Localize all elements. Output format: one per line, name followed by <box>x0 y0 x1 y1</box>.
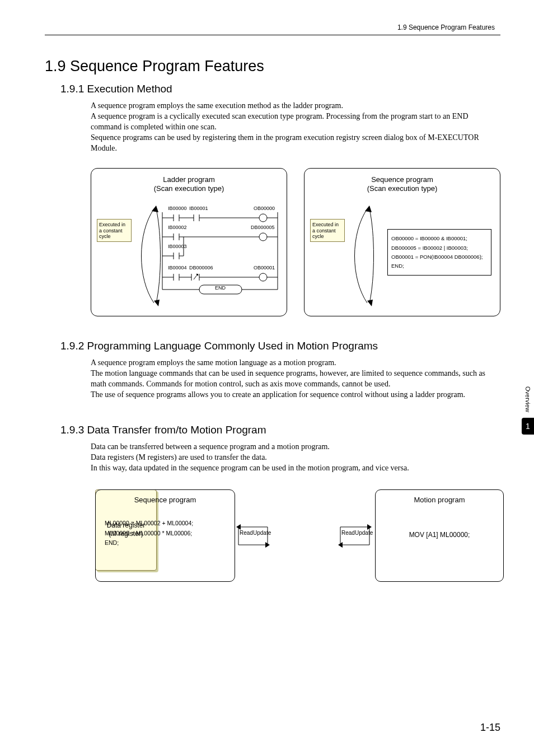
exec-tag-right: Executed in a constant cycle <box>310 219 345 242</box>
lad-lbl-r2a: IB00002 <box>168 225 187 230</box>
figure-data-transfer: Sequence program ML00000 = ML00002 + ML0… <box>95 489 500 601</box>
lad-lbl-r1c: OB00000 <box>254 206 275 211</box>
f2-seq-title: Sequence program <box>102 496 228 504</box>
svg-point-11 <box>259 214 267 222</box>
f2-arrows-right <box>337 520 376 554</box>
sequence-title: Sequence program (Scan execution type) <box>311 175 493 193</box>
seq-line-4: END; <box>391 262 488 270</box>
lad-end-label: END <box>215 285 226 291</box>
svg-marker-1 <box>154 300 160 306</box>
seq-line-1: OB00000 = IB00000 & IB00001; <box>391 234 488 243</box>
lad-lbl-r3a: IB00003 <box>168 244 187 249</box>
f2-read-left: Read <box>240 530 253 536</box>
lad-lbl-r4c: OB00001 <box>254 265 275 270</box>
f2-sequence-box: Sequence program ML00000 = ML00002 + ML0… <box>95 489 235 582</box>
lad-lbl-r4a: IB00004 <box>168 265 187 270</box>
subsection-1-heading: 1.9.1 Execution Method <box>60 83 500 95</box>
f2-mot-code: MOV [A1] ML00000; <box>382 531 496 539</box>
subsection-2-heading: 1.9.2 Programming Language Commonly Used… <box>60 340 500 352</box>
f2-mot-title: Motion program <box>382 496 496 504</box>
f2-seq-code: ML00000 = ML00002 + ML00004; ML00000 = M… <box>102 514 228 553</box>
f2-update-left: Update <box>253 530 271 536</box>
exec-tag-left: Executed in a constant cycle <box>97 219 132 242</box>
section-title: 1.9 Sequence Program Features <box>45 58 500 75</box>
cycle-arrow-right <box>345 206 375 306</box>
f2-seq-l1: ML00000 = ML00002 + ML00004; <box>105 519 226 529</box>
cycle-arrow-left <box>132 206 162 306</box>
side-chapter-num: 1 <box>522 418 534 435</box>
sequence-code-block: OB00000 = IB00000 & IB00001; DB000005 = … <box>387 229 491 276</box>
lad-lbl-r2c: DB000005 <box>251 225 275 230</box>
subsection-2-body: A sequence program employs the same moti… <box>91 358 500 400</box>
header-breadcrumb: 1.9 Sequence Program Features <box>45 24 500 31</box>
f2-seq-l2: ML00000 = ML00000 * ML00006; <box>105 529 226 539</box>
lad-lbl-r1b: IB00001 <box>189 206 208 211</box>
f2-seq-l3: END; <box>105 538 226 548</box>
f2-arrows-left <box>235 520 274 554</box>
subsection-3-body: Data can be transferred between a sequen… <box>91 442 500 474</box>
subsection-3-heading: 1.9.3 Data Transfer from/to Motion Progr… <box>60 424 500 436</box>
ladder-title: Ladder program (Scan execution type) <box>98 175 280 193</box>
f2-update-right: Update <box>355 530 373 536</box>
header-rule <box>45 35 500 35</box>
seq-line-2: DB000005 = IB00002 | IB00003; <box>391 244 488 253</box>
svg-marker-0 <box>152 206 158 212</box>
f2-motion-box: Motion program MOV [A1] ML00000; <box>375 489 504 582</box>
ladder-program-box: Ladder program (Scan execution type) Exe… <box>91 168 287 316</box>
lad-lbl-r4b: DB000006 <box>189 265 213 270</box>
figure-execution-method: Ladder program (Scan execution type) Exe… <box>91 168 500 316</box>
ladder-diagram: IB00000 IB00001 OB00000 IB00002 DB000005… <box>161 208 279 304</box>
lad-lbl-r1a: IB00000 <box>168 206 187 211</box>
svg-marker-38 <box>365 206 372 212</box>
svg-line-30 <box>194 275 197 279</box>
sequence-program-box: Sequence program (Scan execution type) E… <box>304 168 500 316</box>
svg-point-33 <box>259 273 267 281</box>
seq-line-3: OB00001 = PON(IB00004 DB000006); <box>391 253 488 262</box>
svg-point-17 <box>259 233 267 241</box>
svg-marker-39 <box>367 300 373 306</box>
f2-read-right: Read <box>341 530 355 536</box>
side-label: Overview <box>524 386 531 412</box>
page-number: 1-15 <box>480 722 500 734</box>
side-tab: Overview 1 <box>522 386 534 435</box>
subsection-1-body: A sequence program employs the same exec… <box>91 101 500 153</box>
